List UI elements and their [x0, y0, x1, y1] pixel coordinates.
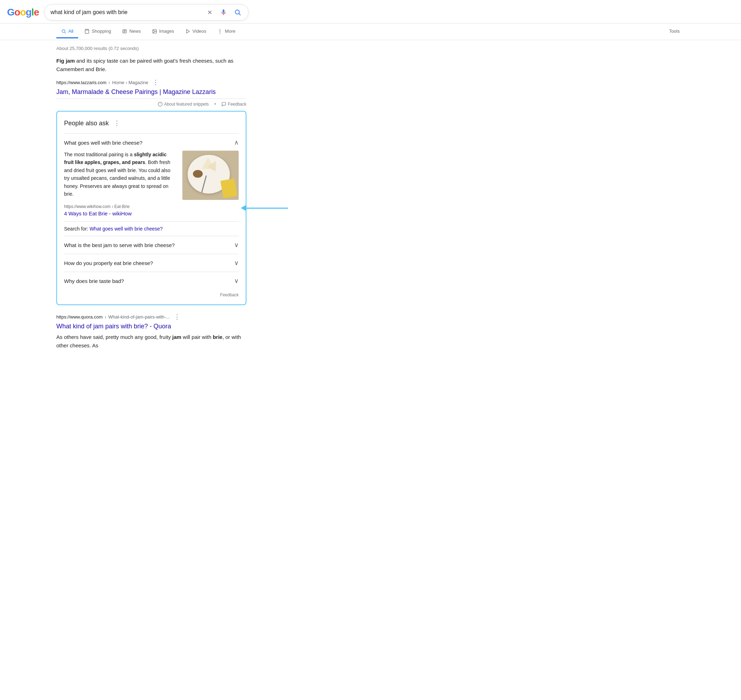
google-logo: Google — [7, 7, 39, 18]
paa-question-open: What goes well with brie cheese? ∧ The m… — [64, 133, 239, 221]
tab-news[interactable]: News — [117, 25, 146, 38]
paa-question-4-text: Why does brie taste bad? — [64, 278, 124, 284]
tab-shopping[interactable]: Shopping — [80, 25, 116, 38]
tab-videos[interactable]: Videos — [181, 25, 212, 38]
featured-feedback-link[interactable]: Feedback — [221, 102, 246, 107]
chevron-down-icon-3: ∨ — [234, 259, 239, 267]
paa-feedback-label: Feedback — [220, 293, 239, 297]
feedback-icon — [221, 102, 226, 107]
yellow-item — [220, 178, 237, 198]
paa-options-icon[interactable]: ⋮ — [112, 119, 122, 128]
featured-breadcrumb-path: Home › Magazine — [112, 80, 149, 85]
search-input[interactable] — [50, 9, 202, 16]
tab-videos-label: Videos — [193, 28, 207, 34]
paa-answer-1: The most traditional pairing is a slight… — [64, 151, 239, 200]
paa-brie-image — [182, 151, 239, 200]
all-icon — [61, 29, 66, 34]
featured-feedback-label: Feedback — [228, 102, 246, 107]
paa-source-link-1[interactable]: 4 Ways to Eat Brie - wikiHow — [64, 210, 132, 216]
nav-tabs: All Shopping News Images Videos ⋮ Mo — [0, 24, 741, 40]
paa-question-2[interactable]: What is the best jam to serve with brie … — [64, 236, 239, 254]
tab-more[interactable]: ⋮ More — [213, 25, 240, 38]
quora-snippet: As others have said, pretty much any goo… — [56, 333, 246, 350]
featured-snippet-text: Fig jam and its spicy taste can be paire… — [56, 57, 246, 74]
svg-line-3 — [239, 14, 241, 16]
tab-all-label: All — [68, 28, 73, 34]
svg-point-4 — [62, 29, 65, 32]
about-featured-snippets-link[interactable]: About featured snippets — [158, 102, 209, 107]
nuts-bowl — [193, 170, 203, 178]
paa-question-1-text: What goes well with brie cheese? — [64, 140, 143, 146]
paa-question-3-text: How do you properly eat brie cheese? — [64, 260, 153, 266]
tab-all[interactable]: All — [56, 25, 78, 38]
paa-source-url-1: https://www.wikihow.com › Eat-Brie — [64, 204, 239, 209]
search-for-link[interactable]: What goes well with brie cheese? — [90, 226, 163, 232]
tools-button[interactable]: Tools — [664, 25, 685, 38]
chevron-down-icon-4: ∨ — [234, 277, 239, 285]
featured-result-link[interactable]: Jam, Marmalade & Cheese Pairings | Magaz… — [56, 88, 246, 96]
tab-news-label: News — [129, 28, 141, 34]
chevron-up-icon: ∧ — [234, 139, 239, 146]
svg-line-5 — [65, 32, 66, 33]
arrow-annotation — [241, 205, 288, 211]
svg-marker-13 — [186, 29, 189, 33]
tab-images[interactable]: Images — [147, 25, 179, 38]
arrow-line — [246, 207, 288, 209]
results-count: About 25,700,000 results (0.72 seconds) — [56, 46, 246, 51]
paa-answer-1-text: The most traditional pairing is a slight… — [64, 151, 177, 200]
paa-question-2-text: What is the best jam to serve with brie … — [64, 242, 175, 248]
search-icons — [205, 7, 243, 17]
arrow-head — [241, 205, 246, 211]
shopping-icon — [84, 29, 90, 34]
quora-result: https://www.quora.com › What-kind-of-jam… — [56, 312, 246, 350]
paa-question-open-header[interactable]: What goes well with brie cheese? ∧ — [64, 139, 239, 146]
more-dots-icon: ⋮ — [218, 28, 223, 34]
quora-result-link[interactable]: What kind of jam pairs with brie? - Quor… — [56, 323, 246, 330]
svg-point-2 — [236, 10, 240, 14]
featured-source-url: https://www.lazzaris.com › Home › Magazi… — [56, 78, 246, 87]
paa-question-3[interactable]: How do you properly eat brie cheese? ∨ — [64, 254, 239, 272]
paa-feedback[interactable]: Feedback — [64, 290, 239, 297]
svg-point-12 — [153, 30, 154, 31]
help-icon — [158, 102, 163, 107]
news-icon — [122, 29, 127, 34]
source-options-icon[interactable]: ⋮ — [150, 78, 161, 87]
quora-options-icon[interactable]: ⋮ — [172, 312, 182, 321]
quora-breadcrumb: › — [105, 314, 106, 319]
header: Google — [0, 0, 741, 24]
images-icon — [152, 29, 157, 34]
tab-shopping-label: Shopping — [91, 28, 111, 34]
paa-question-4[interactable]: Why does brie taste bad? ∨ — [64, 272, 239, 290]
paa-header: People also ask ⋮ — [64, 119, 239, 128]
people-also-ask-box: People also ask ⋮ What goes well with br… — [56, 111, 246, 305]
chevron-down-icon-2: ∨ — [234, 241, 239, 249]
featured-breadcrumb: › — [108, 80, 110, 85]
paa-title: People also ask — [64, 120, 109, 127]
quora-source-url: https://www.quora.com › What-kind-of-jam… — [56, 312, 246, 321]
voice-search-button[interactable] — [219, 7, 228, 17]
main-content: About 25,700,000 results (0.72 seconds) … — [0, 40, 303, 360]
about-snippets-label: About featured snippets — [164, 102, 209, 107]
snippet-footer: About featured snippets • Feedback — [56, 99, 246, 107]
search-bar[interactable] — [44, 4, 249, 21]
tab-images-label: Images — [159, 28, 174, 34]
videos-icon — [186, 29, 190, 34]
clear-button[interactable] — [205, 8, 214, 17]
search-for: Search for: What goes well with brie che… — [64, 221, 239, 236]
search-for-label: Search for: — [64, 226, 88, 232]
quora-breadcrumb-path: What-kind-of-jam-pairs-with-... — [108, 314, 170, 319]
tab-more-label: More — [225, 28, 236, 34]
search-button[interactable] — [233, 7, 243, 17]
